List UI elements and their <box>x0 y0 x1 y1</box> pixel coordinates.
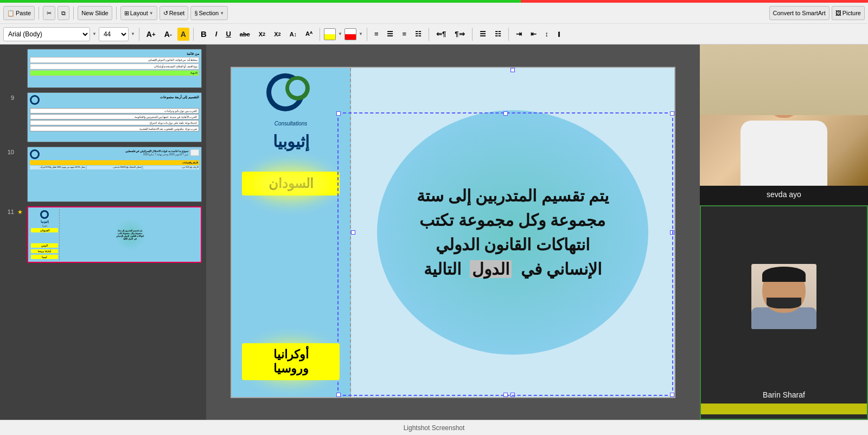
font-arrow-icon: ▼ <box>92 31 97 36</box>
barin-name: Barin Sharaf <box>758 386 809 404</box>
slide-panel[interactable]: من قائمة بيفلط أيه من قواعد القانون الدو… <box>0 45 206 420</box>
bullets-button[interactable]: ☰ <box>476 28 489 41</box>
main-content: من قائمة بيفلط أيه من قواعد القانون الدو… <box>0 45 868 420</box>
new-slide-label: New Slide <box>81 10 108 16</box>
lightshot-text: Lightshot Screenshot <box>404 424 465 432</box>
section-arrow-icon: ▼ <box>220 11 224 16</box>
strikethrough-button[interactable]: abc <box>237 28 253 41</box>
clear-format-button[interactable]: A <box>177 28 189 41</box>
sep-fmt1 <box>193 28 194 41</box>
sep-list <box>472 28 473 41</box>
col-button[interactable]: ⫿ <box>554 28 564 41</box>
layout-label: Layout <box>130 10 148 16</box>
sevda-name: sevda ayo <box>700 186 868 203</box>
barin-head <box>762 267 806 313</box>
font-size-selector[interactable]: 44 <box>99 27 129 41</box>
underline-label: U <box>226 30 231 38</box>
sep-font <box>139 28 139 41</box>
section-button[interactable]: § Section ▼ <box>190 6 228 20</box>
slide-item-8[interactable]: من قائمة بيفلط أيه من قواعد القانون الدو… <box>4 49 202 88</box>
sep-indent <box>508 28 509 41</box>
barin-photo <box>751 264 816 329</box>
sudan-glow <box>253 167 329 200</box>
align-left-button[interactable]: ≡ <box>371 28 382 41</box>
paste-icon: 📋 <box>7 10 15 17</box>
reset-button[interactable]: ↺ Reset <box>159 6 189 20</box>
layout-button[interactable]: ⊞ Layout ▼ <box>120 6 157 20</box>
justify-button[interactable]: ☷ <box>412 28 425 41</box>
slide-num-11: 11 <box>4 209 14 215</box>
copy-button[interactable]: ⧉ <box>58 6 69 20</box>
paste-label: Paste <box>16 10 31 16</box>
italic-button[interactable]: I <box>212 28 221 41</box>
align-center-button[interactable]: ☰ <box>384 28 397 41</box>
ltr-button[interactable]: ¶⇒ <box>451 28 468 41</box>
numbering-button[interactable]: ☷ <box>492 28 505 41</box>
font-size-alt-button[interactable]: Aᴬ <box>302 28 316 41</box>
barin-video-feed <box>751 264 816 329</box>
font-shrink-button[interactable]: A- <box>161 28 175 41</box>
convert-smartart-button[interactable]: Convert to SmartArt <box>769 6 829 20</box>
bold-button[interactable]: B <box>197 28 210 41</box>
picture-icon: 🖼 <box>835 10 841 16</box>
logo-container <box>266 73 315 114</box>
copy-icon: ⧉ <box>61 10 66 17</box>
handle-right[interactable] <box>670 230 674 235</box>
slide-item-11[interactable]: 11 ★ إثيوبياسوريا السودان اليمن أوكر <box>4 206 202 263</box>
sevda-bg <box>700 45 868 115</box>
strikethrough-label: abc <box>240 31 250 37</box>
slide-thumb-8[interactable]: من قائمة بيفلط أيه من قواعد القانون الدو… <box>27 49 202 88</box>
ukraine-russia-box[interactable]: أوكرانياوروسيا <box>242 343 340 380</box>
size-arrow-icon: ▼ <box>131 31 135 36</box>
slide-thumb-11[interactable]: إثيوبياسوريا السودان اليمن أوكرانيا وروس… <box>27 206 202 263</box>
align-right-button[interactable]: ≡ <box>399 28 410 41</box>
italic-label: I <box>215 30 218 38</box>
slide-thumb-10[interactable]: نموذج ما قامت به قوات الاحتلال الإسرائيل… <box>27 147 202 202</box>
separator3 <box>116 7 117 20</box>
sevda-shirt <box>741 121 827 186</box>
cut-icon: ✂ <box>47 10 52 17</box>
layout-icon: ⊞ <box>124 10 129 17</box>
bold-label: B <box>201 29 207 39</box>
slide-item-10[interactable]: 10 نموذج ما قامت به قوات الاحتلال الإسرا… <box>4 147 202 202</box>
font-selector[interactable]: Arial (Body) <box>3 27 90 41</box>
slide-item-9[interactable]: 9 التقسيم إلى أربعة مجموعات <box>4 92 202 142</box>
picture-label: Picture <box>843 10 861 16</box>
paste-button[interactable]: 📋 Paste <box>3 6 35 20</box>
highlight-color-button[interactable] <box>324 28 336 40</box>
picture-button[interactable]: 🖼 Picture <box>832 6 865 20</box>
text-spacing-button[interactable]: A↕ <box>286 28 300 41</box>
underline-button[interactable]: U <box>222 28 234 41</box>
layout-arrow-icon: ▼ <box>149 11 154 16</box>
barin-hair <box>762 267 806 282</box>
slide-wrapper[interactable]: Consultations إثيوبيا السودان أوكرانياور… <box>231 67 675 398</box>
teal-circle: يتم تقسيم المتدربين إلى ستة مجموعة وكل م… <box>377 110 648 355</box>
font-color-button[interactable] <box>344 28 356 40</box>
slide-right-column: يتم تقسيم المتدربين إلى ستة مجموعة وكل م… <box>351 68 674 397</box>
slide-thumb-9[interactable]: التقسيم إلى أربعة مجموعات الحرب بين دول … <box>27 92 202 142</box>
font-grow-button[interactable]: A+ <box>143 28 159 41</box>
outdent-button[interactable]: ⇤ <box>527 28 540 41</box>
line-spacing-button[interactable]: ↕ <box>542 28 552 41</box>
reset-label: Reset <box>169 10 185 16</box>
rtl-button[interactable]: ⇐¶ <box>433 28 449 41</box>
text-line4: الإنساني في <box>521 260 602 278</box>
separator1 <box>39 7 39 20</box>
sudan-glow-container: السودان <box>239 162 342 205</box>
superscript-button[interactable]: X2 <box>256 28 269 41</box>
handle-bottom[interactable] <box>510 393 515 397</box>
handle-left[interactable] <box>351 230 355 235</box>
subscript-button[interactable]: X2 <box>271 28 284 41</box>
cut-button[interactable]: ✂ <box>43 6 55 20</box>
font-color-arrow-icon: ▼ <box>359 31 363 36</box>
ethiopia-label: إثيوبيا <box>273 132 309 151</box>
indent-button[interactable]: ⇥ <box>513 28 525 41</box>
handle-top[interactable] <box>510 68 515 72</box>
lightshot-bar: Lightshot Screenshot <box>0 420 868 435</box>
video-sevda <box>700 45 868 186</box>
text-line1: يتم تقسيم المتدربين إلى ستة <box>417 187 609 205</box>
separator2 <box>73 7 74 20</box>
logo-green-inner <box>289 80 305 96</box>
new-slide-button[interactable]: New Slide <box>78 6 112 20</box>
slide-num-10: 10 <box>4 149 14 155</box>
